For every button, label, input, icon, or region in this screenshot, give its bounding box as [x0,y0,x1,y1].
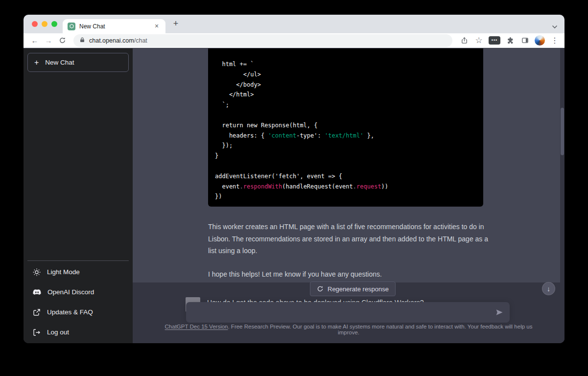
back-icon[interactable]: ← [28,34,41,47]
new-chat-button[interactable]: + New Chat [27,53,129,72]
chat-main: html += ` </ul> </body> </html> `; retur… [133,48,564,343]
assistant-paragraph: I hope this helps! Let me know if you ha… [208,268,492,281]
close-window-button[interactable] [32,21,38,27]
minimize-window-button[interactable] [42,21,47,27]
sidebar-item-discord[interactable]: OpenAI Discord [27,282,129,302]
sidebar-item-label: OpenAI Discord [47,288,94,296]
message-composer [186,302,510,323]
url-path: /chat [134,37,147,44]
extension-badge-dots: ••• [492,38,497,43]
sidebar-footer: Light Mode OpenAI Discord Updates & FAQ … [27,260,129,342]
browser-tab[interactable]: New Chat × [63,19,165,33]
browser-menu-icon[interactable]: ⋮ [550,36,560,46]
message-input[interactable] [186,302,492,323]
scrollbar-thumb[interactable] [561,108,564,155]
assistant-message: html += ` </ul> </body> </html> `; retur… [133,48,564,282]
new-chat-label: New Chat [45,59,74,66]
assistant-paragraph: This worker creates an HTML page with a … [208,221,492,257]
regenerate-icon [317,285,324,292]
lock-icon[interactable] [79,36,85,45]
sidebar-item-label: Updates & FAQ [47,308,93,316]
chatgpt-favicon-icon [68,23,75,30]
external-link-icon [33,308,41,316]
code-content: html += ` </ul> </body> </html> `; retur… [208,48,483,207]
tab-close-icon[interactable]: × [153,23,161,30]
footer-text: . Free Research Preview. Our goal is to … [228,324,532,335]
version-link[interactable]: ChatGPT Dec 15 Version [165,324,228,329]
chat-footer: ChatGPT Dec 15 Version. Free Research Pr… [133,324,564,335]
url-host: chat.openai.com [89,37,134,44]
sidebar-item-updates-faq[interactable]: Updates & FAQ [27,302,129,322]
scroll-to-bottom-button[interactable]: ↓ [542,282,555,295]
page-content: + New Chat Light Mode OpenAI Discord Upd… [24,48,564,343]
profile-avatar[interactable] [535,35,545,46]
regenerate-response-button[interactable]: Regenerate response [310,282,396,296]
sidebar: + New Chat Light Mode OpenAI Discord Upd… [24,48,133,343]
reload-icon[interactable] [56,34,69,47]
send-icon[interactable] [492,305,507,320]
tab-title: New Chat [79,23,153,30]
sun-icon [33,268,41,276]
new-tab-button[interactable]: + [170,19,181,29]
tab-strip: New Chat × + [24,15,564,33]
regenerate-label: Regenerate response [328,285,389,293]
code-block: html += ` </ul> </body> </html> `; retur… [208,48,483,207]
browser-toolbar: ← → chat.openai.com/chat ☆ ••• ⋮ [24,33,564,48]
extensions-puzzle-icon[interactable] [505,36,515,46]
side-panel-icon[interactable] [520,36,530,46]
extension-badge-icon[interactable]: ••• [489,36,500,45]
sidebar-item-label: Log out [47,329,69,336]
traffic-lights [32,21,57,27]
sidebar-item-log-out[interactable]: Log out [27,322,129,342]
discord-icon [33,289,41,296]
share-icon[interactable] [459,36,469,46]
logout-icon [33,329,41,336]
maximize-window-button[interactable] [51,21,57,27]
browser-window: New Chat × + ← → chat.openai.com/chat ☆ … [24,15,564,343]
url-text: chat.openai.com/chat [89,37,147,44]
scrollbar-track [560,48,564,343]
forward-icon[interactable]: → [42,34,55,47]
sidebar-item-light-mode[interactable]: Light Mode [27,262,129,282]
toolbar-actions: ☆ ••• ⋮ [457,35,560,46]
sidebar-item-label: Light Mode [47,268,80,276]
address-bar[interactable]: chat.openai.com/chat [73,34,452,47]
plus-icon: + [34,59,39,67]
bookmark-star-icon[interactable]: ☆ [474,36,484,46]
chevron-down-icon[interactable] [552,22,558,31]
